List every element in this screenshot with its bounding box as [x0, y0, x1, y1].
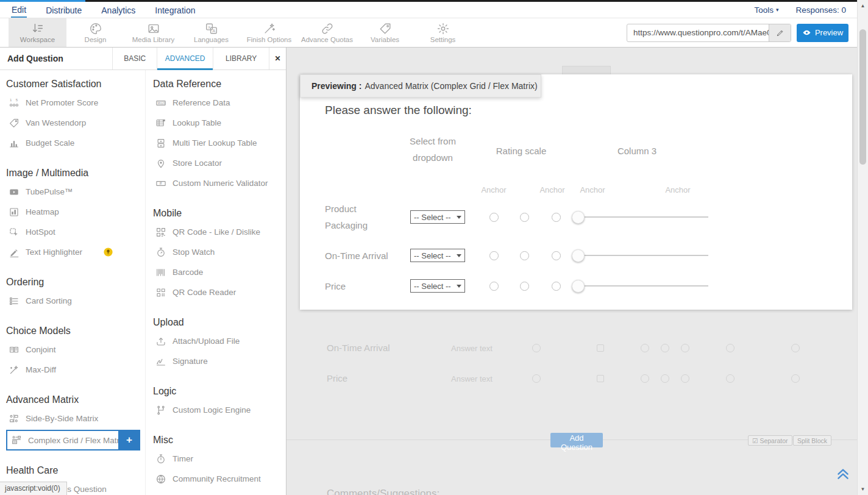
preview-button[interactable]: Preview [797, 24, 848, 42]
question-type-store-locator[interactable]: Store Locator [153, 153, 286, 173]
question-type-reference-data[interactable]: 96123Reference Data [153, 93, 286, 113]
add-question-button[interactable]: Add Question [550, 433, 603, 447]
question-type-max-diff[interactable]: Max-Diff [6, 360, 145, 380]
matrix-radio[interactable] [489, 213, 499, 222]
anchor-label: Anchor [574, 185, 611, 194]
bg-answer-text: Answer text [451, 374, 493, 383]
slider-track[interactable] [578, 255, 708, 256]
section-logic: LogicCustom Logic Engine [153, 386, 286, 420]
previewing-banner: Previewing : Advanced Matrix (Complex Gr… [300, 74, 541, 98]
separator-toggle[interactable]: ☑ Separator [748, 435, 792, 446]
bg-radio [791, 374, 800, 383]
toolbar-item-workspace[interactable]: Workspace [9, 18, 66, 47]
select-caret-icon [457, 254, 461, 257]
question-type-multi-tier-lookup-table[interactable]: Multi Tier Lookup Table [153, 133, 286, 153]
previewing-value: Advanced Matrix (Complex Grid / Flex Mat… [365, 81, 537, 91]
matrix-radio[interactable] [489, 251, 499, 260]
bg-radio [681, 344, 689, 352]
scrollbar-down-arrow[interactable]: ▼ [858, 486, 868, 492]
nav-tab-analytics[interactable]: Analytics [101, 3, 136, 17]
media-library-icon [147, 22, 160, 35]
responses-count[interactable]: Responses: 0 [795, 5, 846, 15]
nav-tab-integration[interactable]: Integration [154, 3, 196, 17]
toolbar-item-media-library[interactable]: Media Library [124, 18, 182, 47]
question-type-custom-numeric-validator[interactable]: #Custom Numeric Validator [153, 173, 286, 193]
nav-tab-distribute[interactable]: Distribute [45, 3, 82, 17]
question-type-complex-grid-flex-matrix-selected[interactable]: Complex Grid / Flex Matrix+ [6, 430, 125, 450]
question-type-card-sorting[interactable]: Card Sorting [6, 291, 145, 311]
hotspot-icon [9, 227, 20, 238]
question-type-net-promoter-score[interactable]: 15Net Promoter Score [6, 93, 145, 113]
matrix-radio[interactable] [520, 282, 529, 291]
scroll-to-top-button[interactable] [835, 465, 851, 480]
panel-tab-library[interactable]: LIBRARY [213, 48, 269, 69]
survey-url-input[interactable]: https://www.questionpro.com/t/AMae0Zhr [627, 24, 769, 41]
add-question-type-button[interactable]: + [118, 430, 140, 450]
section-title: Choice Models [6, 326, 145, 337]
toolbar-item-finish-options[interactable]: Finish Options [240, 18, 298, 47]
slider-track[interactable] [578, 285, 708, 287]
page-scrollbar[interactable]: ▲ ▼ [857, 0, 868, 495]
toolbar-items: WorkspaceDesignMedia LibraryxALanguagesF… [9, 18, 472, 47]
slider-thumb[interactable] [572, 249, 585, 262]
nav-tab-edit[interactable]: Edit [11, 2, 27, 18]
community-icon [155, 474, 166, 485]
matrix-radio[interactable] [552, 251, 561, 260]
anchor-label: Anchor [534, 185, 571, 194]
question-type-lookup-table[interactable]: Lookup Table [153, 113, 286, 133]
toolbar-item-languages[interactable]: xALanguages [182, 18, 240, 47]
split-block-button[interactable]: Split Block [793, 435, 831, 446]
matrix-select-dropdown[interactable]: -- Select -- [410, 279, 465, 293]
multi-tier-lookup-icon [155, 138, 166, 149]
matrix-radio[interactable] [489, 282, 499, 291]
question-type-heatmap[interactable]: Heatmap [6, 202, 145, 222]
panel-tab-advanced[interactable]: ADVANCED [157, 48, 213, 69]
select-caret-icon [457, 216, 461, 219]
matrix-select-dropdown[interactable]: -- Select -- [410, 210, 465, 224]
matrix-select-dropdown[interactable]: -- Select -- [410, 249, 465, 262]
side-by-side-matrix-icon [9, 413, 20, 424]
question-type-qr-code-like-dislike[interactable]: QR Code - Like / Dislike [153, 222, 286, 242]
section-title: Image / Multimedia [6, 168, 145, 179]
question-type-text-highlighter[interactable]: Text Highlighter [6, 242, 145, 262]
question-type-tubepulse[interactable]: TubePulse™ [6, 182, 145, 202]
matrix-radio[interactable] [552, 282, 561, 291]
close-panel-button[interactable]: ✕ [269, 48, 286, 69]
toolbar-item-settings[interactable]: Settings [414, 18, 472, 47]
slider-thumb[interactable] [572, 211, 585, 224]
question-type-van-westendorp[interactable]: Van Westendorp [6, 113, 145, 133]
scrollbar-up-arrow[interactable]: ▲ [858, 3, 868, 9]
background-element [562, 66, 611, 74]
question-type-custom-logic-engine[interactable]: Custom Logic Engine [153, 400, 286, 420]
tools-menu[interactable]: Tools ▾ [754, 5, 778, 15]
edit-url-button[interactable] [769, 24, 791, 41]
toolbar-item-design[interactable]: Design [66, 18, 124, 47]
bg-radio [641, 374, 649, 383]
panel-tab-basic[interactable]: BASIC [112, 48, 157, 69]
matrix-radio[interactable] [520, 251, 529, 260]
slider-track[interactable] [578, 216, 708, 218]
question-type-budget-scale[interactable]: Budget Scale [6, 133, 145, 153]
matrix-radio[interactable] [552, 213, 561, 222]
svg-text:5: 5 [16, 98, 18, 102]
question-type-attach-upload-file[interactable]: Attach/Upload File [153, 331, 286, 351]
slider-thumb[interactable] [572, 280, 585, 293]
question-type-timer[interactable]: Timer [153, 449, 286, 469]
question-type-barcode[interactable]: Barcode [153, 262, 286, 282]
question-type-stop-watch[interactable]: Stop Watch [153, 242, 286, 262]
matrix-radio[interactable] [520, 213, 529, 222]
top-nav: EditDistributeAnalyticsIntegration Tools… [0, 0, 868, 18]
question-type-conjoint[interactable]: Conjoint [6, 340, 145, 360]
store-locator-icon [155, 158, 166, 169]
question-type-qr-code-reader[interactable]: QR Code Reader [153, 282, 286, 302]
scrollbar-thumb[interactable] [859, 29, 866, 165]
question-type-community-recruitment[interactable]: Community Recruitment [153, 469, 286, 489]
logic-engine-icon [155, 405, 166, 416]
reference-data-icon: 96123 [155, 98, 166, 109]
toolbar-item-advance-quotas[interactable]: Advance Quotas [298, 18, 356, 47]
question-type-side-by-side-matrix[interactable]: Side-By-Side Matrix [6, 408, 145, 429]
svg-text:1: 1 [10, 98, 12, 102]
question-type-signature[interactable]: Signature [153, 351, 286, 371]
toolbar-item-variables[interactable]: Variables [356, 18, 414, 47]
question-type-hotspot[interactable]: HotSpot [6, 222, 145, 242]
